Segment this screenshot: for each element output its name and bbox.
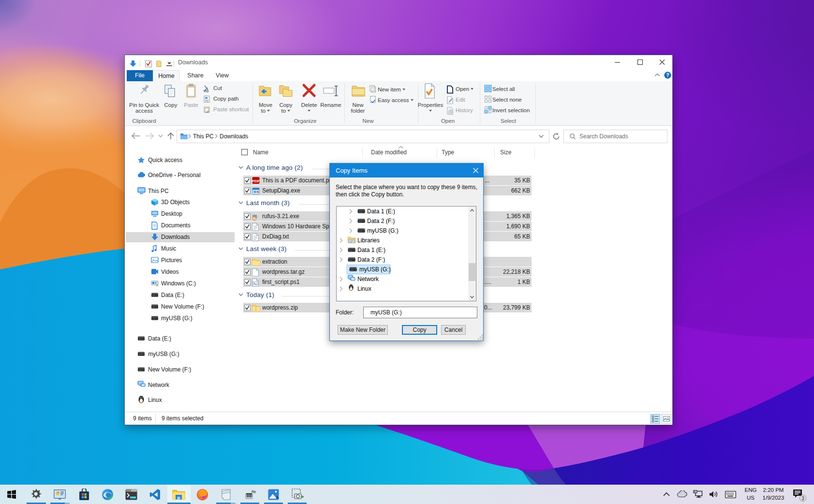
svg-text:PDF: PDF — [252, 179, 260, 183]
svg-text:3: 3 — [801, 495, 804, 501]
svg-text:?: ? — [666, 72, 669, 78]
